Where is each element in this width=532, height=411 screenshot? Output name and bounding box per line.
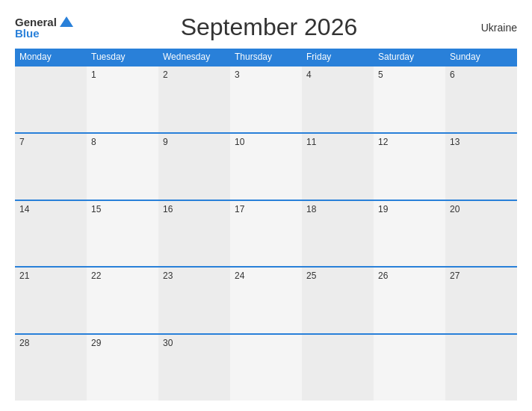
- day-cell: 6: [445, 67, 517, 132]
- logo: General Blue: [15, 16, 73, 39]
- day-number: 10: [235, 137, 244, 147]
- day-cell: [374, 335, 445, 401]
- day-header-wednesday: Wednesday: [158, 49, 230, 65]
- day-cell: 16: [158, 201, 230, 267]
- day-number: 28: [19, 338, 29, 348]
- day-number: 20: [450, 204, 460, 214]
- day-number: 29: [91, 338, 101, 348]
- day-number: 9: [163, 137, 168, 147]
- day-number: 5: [378, 69, 383, 80]
- day-number: 25: [306, 271, 316, 281]
- day-number: 23: [163, 271, 173, 281]
- day-number: 22: [91, 271, 101, 281]
- day-header-friday: Friday: [302, 49, 374, 65]
- day-cell: 30: [158, 335, 230, 401]
- day-number: 16: [163, 204, 173, 214]
- day-cell: 20: [445, 201, 517, 267]
- logo-blue-text: Blue: [15, 28, 40, 39]
- day-cell: 11: [302, 134, 374, 200]
- day-cell: 3: [230, 67, 302, 132]
- day-cell: 4: [302, 67, 374, 132]
- day-cell: 10: [230, 134, 302, 200]
- day-cell: 13: [445, 134, 517, 200]
- day-number: 4: [306, 69, 312, 80]
- week-row-1: 123456: [15, 65, 517, 132]
- calendar-page: General Blue September 2026 Ukraine Mond…: [0, 0, 532, 411]
- day-number: 14: [19, 204, 29, 214]
- week-row-4: 21222324252627: [15, 266, 517, 333]
- day-number: 15: [91, 204, 101, 214]
- week-row-3: 14151617181920: [15, 200, 517, 267]
- day-header-monday: Monday: [15, 49, 87, 65]
- day-cell: [230, 335, 302, 401]
- day-cell: 22: [87, 268, 158, 333]
- day-cell: 12: [374, 134, 445, 200]
- day-cell: 9: [158, 134, 230, 200]
- day-cell: 21: [15, 268, 87, 333]
- day-cell: 15: [87, 201, 158, 267]
- day-cell: 17: [230, 201, 302, 267]
- day-cell: [15, 67, 87, 132]
- day-cell: [302, 335, 374, 401]
- day-number: 19: [378, 204, 388, 214]
- day-number: 27: [450, 271, 460, 281]
- weeks-container: 1234567891011121314151617181920212223242…: [15, 65, 517, 401]
- calendar-header: General Blue September 2026 Ukraine: [15, 13, 517, 41]
- day-number: 26: [378, 271, 388, 281]
- day-cell: 19: [374, 201, 445, 267]
- day-cell: 8: [87, 134, 158, 200]
- day-header-saturday: Saturday: [374, 49, 445, 65]
- day-number: 3: [235, 69, 240, 80]
- country-label: Ukraine: [465, 22, 517, 34]
- day-cell: 24: [230, 268, 302, 333]
- days-header: Monday Tuesday Wednesday Thursday Friday…: [15, 49, 517, 65]
- day-cell: 29: [87, 335, 158, 401]
- day-cell: 25: [302, 268, 374, 333]
- day-number: 17: [235, 204, 244, 214]
- day-cell: 14: [15, 201, 87, 267]
- day-cell: [445, 335, 517, 401]
- day-header-tuesday: Tuesday: [87, 49, 158, 65]
- day-number: 2: [163, 69, 168, 80]
- day-cell: 26: [374, 268, 445, 333]
- day-header-thursday: Thursday: [230, 49, 302, 65]
- day-header-sunday: Sunday: [445, 49, 517, 65]
- day-cell: 27: [445, 268, 517, 333]
- day-cell: 1: [87, 67, 158, 132]
- day-number: 8: [91, 137, 96, 147]
- day-number: 7: [19, 137, 25, 147]
- day-number: 6: [450, 69, 455, 80]
- week-row-2: 78910111213: [15, 132, 517, 200]
- day-cell: 23: [158, 268, 230, 333]
- calendar-grid: Monday Tuesday Wednesday Thursday Friday…: [15, 49, 517, 401]
- logo-icon: [60, 16, 73, 27]
- day-number: 11: [306, 137, 316, 147]
- logo-general-text: General: [15, 16, 57, 28]
- day-number: 18: [306, 204, 316, 214]
- day-cell: 2: [158, 67, 230, 132]
- day-number: 21: [19, 271, 29, 281]
- day-cell: 18: [302, 201, 374, 267]
- day-number: 13: [450, 137, 460, 147]
- day-number: 30: [163, 338, 173, 348]
- day-cell: 7: [15, 134, 87, 200]
- calendar-title: September 2026: [73, 13, 465, 41]
- day-number: 1: [91, 69, 96, 80]
- day-cell: 5: [374, 67, 445, 132]
- day-number: 12: [378, 137, 388, 147]
- day-number: 24: [235, 271, 244, 281]
- day-cell: 28: [15, 335, 87, 401]
- week-row-5: 282930: [15, 333, 517, 401]
